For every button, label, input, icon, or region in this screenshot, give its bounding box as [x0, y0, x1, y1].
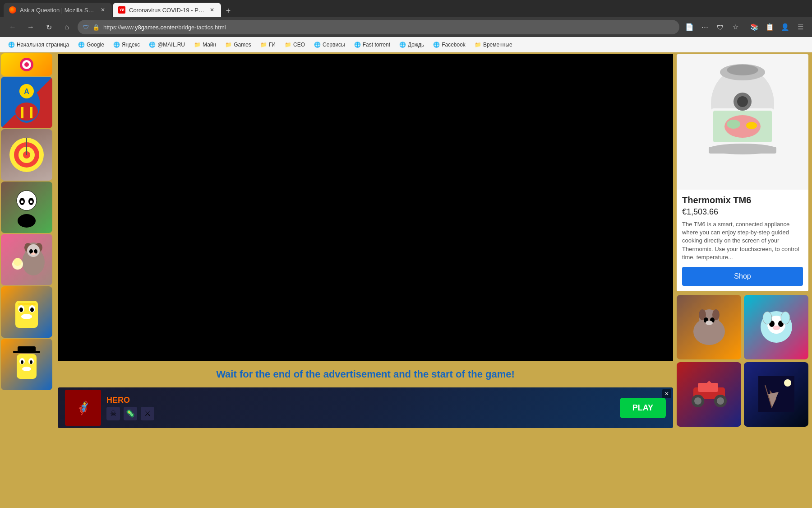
svg-point-28: [31, 252, 36, 255]
svg-point-45: [21, 360, 23, 364]
more-options-button[interactable]: ⋯: [698, 21, 711, 33]
ad-icons: ☠ 🦠 ⚔: [106, 407, 614, 420]
url-protocol: https://www.: [103, 24, 135, 31]
bookmark-servis[interactable]: 🌐 Сервисы: [310, 40, 349, 49]
bookmark-label-2: Google: [87, 42, 104, 48]
svg-rect-59: [709, 147, 776, 154]
ad-banner[interactable]: 🦸 HERO ☠ 🦠 ⚔ PLAY ✕: [58, 387, 673, 428]
thermomix-svg: [697, 59, 788, 185]
bookmark-label-3: Яндекс: [122, 42, 140, 48]
svg-point-46: [30, 360, 32, 364]
ad-icon-1: ☠: [106, 407, 120, 420]
svg-rect-8: [30, 107, 32, 118]
game-thumb-1[interactable]: [1, 53, 52, 76]
address-bar[interactable]: 🛡 🔒 https://www.y8games.center/bridge-ta…: [78, 20, 679, 34]
bookmark-main[interactable]: 📁 Майн: [190, 40, 220, 49]
ad-play-button[interactable]: PLAY: [620, 398, 666, 418]
svg-text:A: A: [24, 88, 29, 95]
ad-title: HERO: [106, 396, 614, 405]
svg-point-6: [15, 103, 38, 121]
new-tab-button[interactable]: +: [222, 5, 235, 17]
main-area: Wait for the end of the advertisement an…: [54, 52, 677, 508]
bookmark-torrent[interactable]: 🌐 Fast torrent: [351, 40, 394, 49]
folder-icon-5: 📁: [475, 42, 481, 48]
svg-point-72: [763, 312, 772, 324]
bookmark-label-4: @MAIL.RU: [157, 42, 185, 48]
nav-bar: ← → ↻ ⌂ 🛡 🔒 https://www.y8games.center/b…: [0, 17, 812, 37]
game-message: Wait for the end of the advertisement an…: [58, 361, 673, 387]
back-button[interactable]: ←: [5, 20, 20, 34]
svg-point-73: [781, 312, 790, 324]
bookmark-label-12: Facebook: [442, 42, 466, 48]
svg-point-35: [30, 308, 34, 312]
bookmark-label-13: Временные: [483, 42, 512, 48]
game-frame[interactable]: [58, 54, 673, 361]
tab-ask-mozilla[interactable]: Ask a Question | Mozilla Suppo... ✕: [4, 3, 112, 17]
bookmark-yandex[interactable]: 🌐 Яндекс: [110, 40, 143, 49]
svg-point-82: [784, 379, 791, 387]
bookmark-facebook[interactable]: 🌐 Facebook: [429, 40, 469, 49]
tab-bar: Ask a Question | Mozilla Suppo... ✕ Y8 C…: [0, 0, 812, 17]
bookmark-label-8: CEO: [293, 42, 305, 48]
folder-icon-2: 📁: [225, 42, 232, 48]
library-button[interactable]: 📚: [748, 21, 761, 33]
forward-button[interactable]: →: [23, 20, 38, 34]
tab-title-active: Coronavirus COVID-19 - Play F...: [129, 7, 205, 14]
product-name: Thermomix TM6: [682, 195, 803, 205]
lock-icon: 🔒: [92, 24, 100, 31]
synced-tabs-button[interactable]: 📋: [763, 21, 776, 33]
bookmark-label-7: ГИ: [269, 42, 276, 48]
globe-icon-7: 🌐: [399, 42, 406, 48]
reload-button[interactable]: ↻: [42, 20, 56, 34]
game-thumb-5[interactable]: [1, 234, 52, 285]
url-path: /bridge-tactics.html: [177, 24, 226, 31]
firefox-account-button[interactable]: 👤: [779, 21, 791, 33]
svg-point-18: [21, 200, 23, 203]
svg-rect-38: [28, 316, 29, 318]
game-thumb-3[interactable]: [1, 129, 52, 181]
ad-close-button[interactable]: ✕: [662, 389, 671, 398]
grid-thumb-cartoon[interactable]: [744, 295, 808, 359]
bookmark-home[interactable]: 🌐 Начальная страница: [5, 40, 73, 49]
globe-icon-3: 🌐: [113, 42, 120, 48]
url-domain: y8games.center: [135, 24, 177, 31]
nav-right-buttons: 📄 ⋯ 🛡 ☆ 📚 📋 👤 ☰: [683, 21, 807, 33]
svg-rect-37: [24, 316, 26, 318]
reader-mode-button[interactable]: 📄: [683, 21, 696, 33]
grid-thumb-dark[interactable]: [744, 362, 808, 427]
bookmark-rain[interactable]: 🌐 Дождь: [396, 40, 428, 49]
bookmark-label-11: Дождь: [408, 42, 424, 48]
bookmark-mailru[interactable]: 🌐 @MAIL.RU: [145, 40, 189, 49]
bookmark-games[interactable]: 📁 Games: [221, 40, 255, 49]
bookmark-google[interactable]: 🌐 Google: [74, 40, 108, 49]
game-thumb-2[interactable]: A: [1, 77, 52, 128]
grid-thumb-scooby[interactable]: [677, 295, 741, 359]
globe-icon-4: 🌐: [149, 42, 156, 48]
shop-button[interactable]: Shop: [682, 267, 803, 286]
tab-close-btn[interactable]: ✕: [99, 6, 106, 14]
hamburger-menu-button[interactable]: ☰: [794, 21, 807, 33]
folder-icon-4: 📁: [285, 42, 291, 48]
game-thumb-7[interactable]: [1, 339, 52, 390]
game-thumb-6[interactable]: [1, 286, 52, 338]
bookmarks-bar: 🌐 Начальная страница 🌐 Google 🌐 Яндекс 🌐…: [0, 37, 812, 52]
game-thumb-4[interactable]: [1, 182, 52, 233]
home-button[interactable]: ⌂: [60, 20, 74, 34]
bookmark-star-button[interactable]: ☆: [729, 21, 742, 33]
bookmark-temp[interactable]: 📁 Временные: [471, 40, 516, 49]
bookmark-label-10: Fast torrent: [363, 42, 390, 48]
ad-hero-image: 🦸: [65, 390, 101, 426]
ad-icon-3: ⚔: [141, 407, 154, 420]
svg-rect-42: [17, 354, 37, 379]
thermomix-ad-card: Thermomix TM6 €1,503.66 The TM6 is a sma…: [677, 54, 808, 291]
bookmark-ceo[interactable]: 📁 CEO: [281, 40, 309, 49]
bookmark-gi[interactable]: 📁 ГИ: [257, 40, 279, 49]
product-price: €1,503.66: [682, 207, 803, 217]
tracking-protection-button[interactable]: 🛡: [714, 21, 726, 33]
svg-point-30: [14, 258, 22, 266]
tab-close-active-btn[interactable]: ✕: [208, 6, 216, 14]
grid-thumb-monster[interactable]: [677, 362, 741, 427]
bookmark-label-6: Games: [234, 42, 251, 48]
tab-y8-game[interactable]: Y8 Coronavirus COVID-19 - Play F... ✕: [113, 3, 221, 17]
globe-icon: 🌐: [8, 42, 15, 48]
